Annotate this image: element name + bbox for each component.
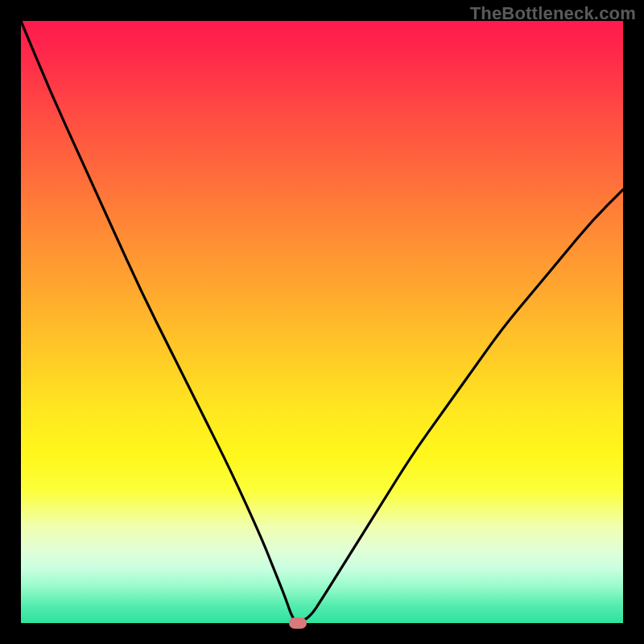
watermark-text: TheBottleneck.com (470, 3, 636, 24)
bottleneck-curve-line (21, 21, 623, 621)
chart-svg (21, 21, 623, 623)
chart-plot-area (21, 21, 623, 623)
chart-frame: TheBottleneck.com (0, 0, 644, 644)
optimal-point-marker (289, 617, 307, 629)
